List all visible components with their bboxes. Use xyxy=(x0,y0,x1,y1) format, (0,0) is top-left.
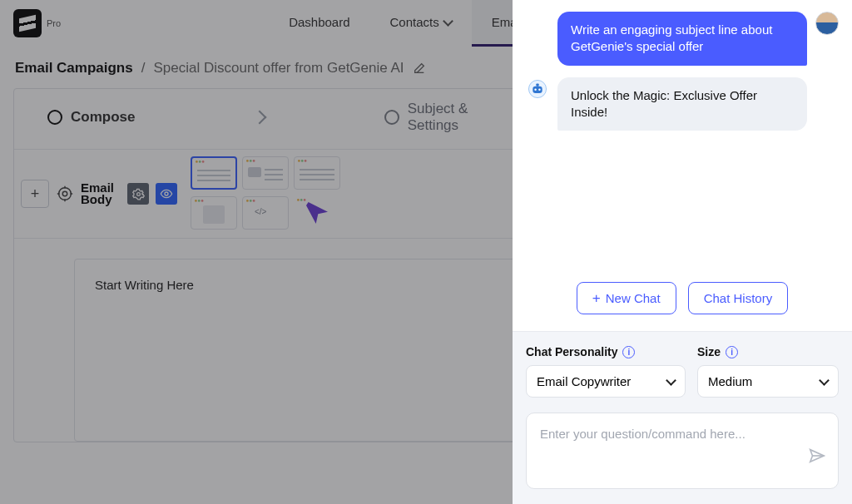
size-select[interactable]: Medium xyxy=(697,365,839,398)
cursor-icon xyxy=(306,202,328,224)
chat-user-message: Write an engaging subject line about Get… xyxy=(557,12,807,66)
nav-contacts[interactable]: Contacts xyxy=(370,0,472,47)
chat-input[interactable] xyxy=(540,427,798,447)
new-chat-label: New Chat xyxy=(606,291,661,305)
chevron-right-icon xyxy=(253,111,267,125)
breadcrumb-sep: / xyxy=(141,60,146,77)
add-block-button[interactable]: + xyxy=(21,180,49,208)
chat-bot-message: Unlock the Magic: Exclusive Offer Inside… xyxy=(557,77,807,131)
svg-point-3 xyxy=(165,192,168,195)
template-more[interactable] xyxy=(294,196,340,230)
editor-placeholder: Start Writing Here xyxy=(95,278,194,292)
size-value: Medium xyxy=(708,374,752,388)
step-indicator-icon xyxy=(47,110,62,125)
svg-point-2 xyxy=(136,192,140,195)
svg-point-7 xyxy=(538,88,540,90)
breadcrumb-root[interactable]: Email Campaigns xyxy=(15,60,133,77)
bot-avatar xyxy=(526,77,549,101)
settings-chip[interactable] xyxy=(127,183,149,205)
template-thumb-3[interactable] xyxy=(294,156,340,190)
size-label: Size xyxy=(697,345,721,358)
eye-icon xyxy=(160,187,173,200)
plus-icon: + xyxy=(31,185,40,203)
chat-history-label: Chat History xyxy=(704,291,773,305)
template-thumb-1[interactable] xyxy=(191,156,237,190)
section-title-label: Email Body xyxy=(81,182,121,205)
chat-panel: Write an engaging subject line about Get… xyxy=(513,0,852,504)
personality-label: Chat Personality xyxy=(526,345,617,358)
info-icon[interactable]: i xyxy=(726,346,738,358)
chevron-down-icon xyxy=(443,16,453,27)
chat-history-button[interactable]: Chat History xyxy=(688,282,789,314)
breadcrumb-leaf: Special Discount offer from GetGenie AI xyxy=(153,60,404,77)
chevron-down-icon xyxy=(819,375,830,386)
svg-point-0 xyxy=(59,188,72,200)
preview-chip[interactable] xyxy=(156,183,177,205)
info-icon[interactable]: i xyxy=(622,346,635,358)
section-title: Email Body xyxy=(81,182,121,205)
step-indicator-icon xyxy=(384,110,399,125)
edit-icon[interactable] xyxy=(413,62,426,75)
svg-point-6 xyxy=(534,88,536,90)
personality-select[interactable]: Email Copywriter xyxy=(526,365,686,398)
step-subject-label: Subject & Settings xyxy=(408,101,508,134)
step-compose[interactable]: Compose xyxy=(47,109,135,126)
personality-value: Email Copywriter xyxy=(537,374,631,388)
send-icon[interactable] xyxy=(808,447,826,465)
target-icon[interactable] xyxy=(56,185,74,203)
user-avatar[interactable] xyxy=(815,12,839,35)
ai-bot-icon xyxy=(527,78,548,100)
step-subject[interactable]: Subject & Settings xyxy=(384,101,508,134)
app-logo[interactable] xyxy=(13,9,42,37)
nav-dashboard[interactable]: Dashboard xyxy=(269,0,369,47)
svg-point-1 xyxy=(62,191,67,196)
new-chat-button[interactable]: + New Chat xyxy=(577,282,676,314)
step-compose-label: Compose xyxy=(71,109,135,126)
chevron-down-icon xyxy=(666,375,676,386)
template-thumb-5[interactable]: </> xyxy=(242,196,289,230)
nav-contacts-label: Contacts xyxy=(390,15,439,29)
gear-icon xyxy=(132,188,145,200)
template-thumb-2[interactable] xyxy=(242,156,289,190)
svg-rect-8 xyxy=(536,83,538,86)
nav-dashboard-label: Dashboard xyxy=(289,15,349,29)
tier-badge: Pro xyxy=(47,18,61,28)
svg-rect-5 xyxy=(532,86,542,92)
template-thumb-4[interactable] xyxy=(191,196,237,230)
